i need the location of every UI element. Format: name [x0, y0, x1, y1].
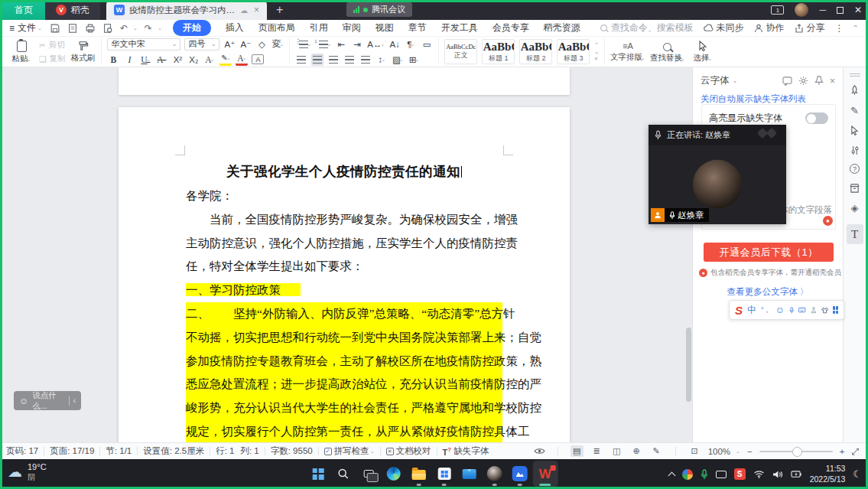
panel-close-icon[interactable]: × [830, 76, 835, 86]
edit-pen-icon[interactable]: ✎ [849, 104, 861, 116]
format-painter-button[interactable]: 格式刷 [70, 41, 96, 64]
fullscreen-icon[interactable]: ⤢ [851, 446, 859, 457]
file-explorer-button[interactable] [406, 461, 431, 487]
shading-button[interactable]: ▨⌄ [392, 54, 404, 66]
tab-references[interactable]: 引用 [310, 21, 328, 34]
text-effects-button[interactable]: A⌄ [203, 54, 216, 66]
character-scale-button[interactable]: A↔⌄ [367, 38, 385, 51]
tray-mic-icon[interactable] [701, 469, 708, 480]
meeting-indicator-pill[interactable]: 腾讯会议 [346, 2, 412, 17]
zoom-slider[interactable] [759, 451, 833, 452]
minimize-button[interactable]: ─ [819, 5, 826, 15]
chat-collapse-icon[interactable]: ‹ [73, 396, 76, 405]
chinese-mode-icon[interactable]: 中 [747, 305, 756, 315]
emoji-face-icon[interactable]: ☺ [19, 396, 28, 406]
settings-gear-icon[interactable] [798, 76, 808, 86]
resource-shop-icon[interactable] [849, 181, 861, 194]
paste-button[interactable]: 粘贴⌄ [8, 39, 34, 64]
doc-line-highlighted[interactable]: 不动摇，切实把思想和行动统一到党中央国务院决策部署上来；自觉 [186, 326, 502, 350]
undo-dropdown-icon[interactable]: ⌄ [133, 25, 138, 31]
align-right-button[interactable] [327, 54, 340, 66]
pinyin-guide-button[interactable]: 変⌄ [271, 38, 284, 51]
meeting-chat-bubble[interactable]: ☺ 说点什么... ‹ [14, 391, 81, 410]
close-button[interactable]: ✕ [854, 5, 862, 15]
panel-resize-handle[interactable] [850, 73, 860, 77]
select-cursor-icon[interactable] [849, 124, 861, 136]
help-icon[interactable]: ? [850, 164, 860, 174]
doc-line-highlighted[interactable]: 二、 坚持“外防输入、内防反弹”总策略、“动态清零”总方针 [186, 302, 502, 326]
weather-widget[interactable]: ☁ 19°C阴 [8, 462, 47, 481]
microsoft-store-button[interactable] [431, 461, 457, 487]
subscript-button[interactable]: X₂ [187, 54, 200, 66]
doc-line-highlighted[interactable]: 悉应急处置流程；进一步提高政治站位，充分认识当前疫情防控的严 [186, 373, 502, 396]
sync-status[interactable]: 未同步 [704, 21, 744, 34]
document-content[interactable]: 关于强化学生个人疫情防控责任的通知 各学院： 当前，全国疫情防控形势严峻复杂。为… [186, 162, 502, 442]
taskbar-search-button[interactable] [330, 461, 356, 487]
style-normal[interactable]: AaBbCcDc 正文 [444, 39, 477, 64]
style-heading2[interactable]: AaBbCcDc 标题 2 [519, 39, 552, 64]
font-panel-tab[interactable]: T [847, 224, 863, 244]
panel-title[interactable]: 云字体 [701, 74, 730, 87]
tab-docer[interactable]: V 稻壳 [45, 0, 100, 20]
font-name-select[interactable]: 华文中宋⌄ [107, 38, 180, 51]
underline-button[interactable]: U⌄ [139, 54, 151, 66]
command-search[interactable]: 查找命令、搜索模板 [600, 21, 694, 34]
start-button[interactable] [305, 461, 330, 487]
style-heading1[interactable]: AaBbCcDc 标题 1 [482, 39, 515, 64]
adjust-slider-icon[interactable] [849, 144, 861, 156]
export-pdf-icon[interactable] [67, 23, 78, 34]
meeting-app-button[interactable] [507, 461, 532, 487]
style-heading3[interactable]: AaBbCcDc 标题 3 [557, 39, 590, 64]
tab-close-icon[interactable]: × [254, 5, 259, 15]
superscript-button[interactable]: X² [171, 54, 184, 66]
save-icon[interactable] [50, 23, 60, 34]
decrease-font-button[interactable]: A⁻ [239, 38, 252, 51]
find-replace-button[interactable]: 查找替换⌄ [650, 41, 685, 64]
styles-gallery-icon[interactable]: ≡ [594, 56, 599, 61]
restore-button[interactable] [837, 7, 844, 14]
taskbar-clock[interactable]: 11:53 2022/5/13 [810, 464, 846, 484]
task-view-button[interactable] [356, 461, 381, 487]
doc-line[interactable]: 当前，全国疫情防控形势严峻复杂。为确保校园安全，增强 [186, 208, 502, 232]
cut-button[interactable]: ✂剪切 [39, 40, 65, 51]
page-number-status[interactable]: 页码: 17 [6, 445, 38, 457]
user-app-button[interactable] [482, 461, 507, 487]
word-count-status[interactable]: 字数: 9550 [271, 445, 313, 457]
styles-scroll-up-icon[interactable]: ⌃ [594, 42, 599, 48]
skin-shirt-icon[interactable] [821, 306, 828, 315]
toolbox-person-icon[interactable] [811, 305, 817, 315]
sort-button[interactable]: A↓ [388, 38, 401, 51]
vertical-scrollbar[interactable] [686, 328, 691, 402]
tab-dev-tools[interactable]: 开发工具 [441, 21, 478, 34]
bold-button[interactable]: B [107, 54, 119, 66]
font-color-button[interactable]: A⌄ [236, 54, 248, 66]
sogou-logo-icon[interactable]: S [735, 305, 743, 316]
column-status[interactable]: 列: 1 [240, 445, 258, 457]
highlight-missing-font-toggle[interactable] [805, 112, 828, 124]
focus-assist-moon-icon[interactable]: ☾ [853, 468, 862, 480]
missing-font-button[interactable]: T?缺失字体 [443, 445, 489, 457]
cast-display-icon[interactable] [716, 471, 727, 478]
numbered-list-button[interactable]: ⌄ [315, 38, 331, 51]
text-layout-button[interactable]: ≡A 文字排版⌄ [610, 41, 645, 63]
meeting-video-frame[interactable]: 赵焕章 [649, 145, 786, 224]
read-view-button[interactable]: ◫ [610, 445, 623, 457]
writer-mode-button[interactable]: ✎ [650, 445, 663, 457]
collapse-ribbon-icon[interactable]: ⌃ [853, 24, 859, 32]
distribute-button[interactable] [359, 54, 372, 66]
wps-office-button[interactable]: W [532, 461, 558, 487]
doc-line[interactable]: 主动防控意识，强化个人防控措施，压实学生个人的疫情防控责 [186, 232, 502, 256]
margin-setting-status[interactable]: 设置值: 2.5厘米 [143, 445, 204, 457]
new-tab-button[interactable]: + [267, 3, 292, 17]
highlight-color-button[interactable]: ✎⌄ [219, 54, 232, 66]
feedback-icon[interactable] [782, 77, 792, 86]
bullet-list-button[interactable]: ⌄ [295, 38, 311, 51]
increase-indent-button[interactable]: ⇥ [351, 38, 363, 51]
sogou-tray-icon[interactable]: S [734, 468, 746, 480]
pin-icon[interactable] [814, 76, 824, 86]
doc-line[interactable]: 各学院： [186, 184, 502, 208]
more-menu-icon[interactable]: ⋮ [835, 23, 844, 34]
wifi-icon[interactable] [753, 470, 765, 478]
outline-view-button[interactable]: ≣ [590, 445, 603, 457]
redo-icon[interactable]: ↷ [145, 23, 152, 34]
